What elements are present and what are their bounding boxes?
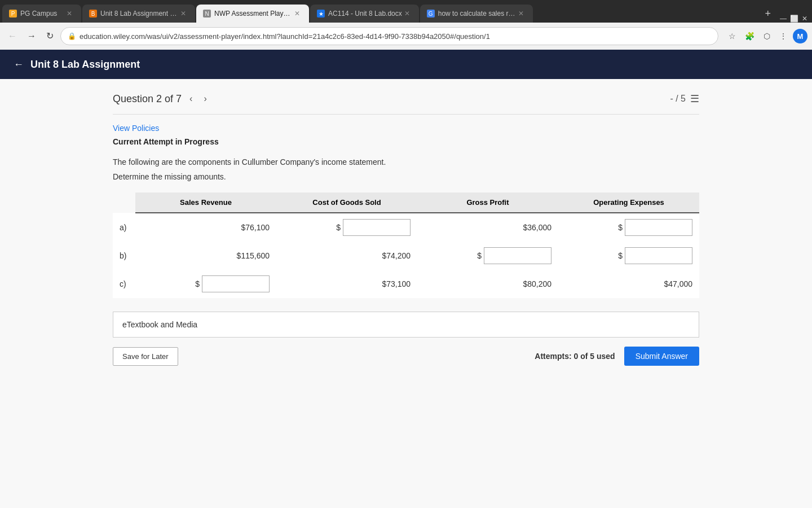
row-label-1: b) (113, 242, 135, 270)
cell-sales-revenue-row2[interactable]: $ (135, 270, 276, 298)
question-label: Question 2 of 7 (113, 93, 182, 105)
cell-opex-row0[interactable]: $ (558, 213, 699, 242)
view-policies-link[interactable]: View Policies (113, 124, 159, 133)
header-operating-expenses: Operating Expenses (558, 192, 699, 213)
current-attempt-label: Current Attempt in Progress (113, 137, 699, 146)
address-bar-row: ← → ↻ 🔒 education.wiley.com/was/ui/v2/as… (0, 23, 812, 50)
tab-label-tab5: how to calculate sales revenue (438, 10, 516, 17)
browser-actions: ☆ 🧩 ⬡ ⋮ M (725, 29, 807, 43)
input-gross-profit-row1[interactable] (484, 247, 551, 264)
main-content: Question 2 of 7 ‹ › - / 5 ☰ View Policie… (0, 79, 812, 508)
browser-tab-tab2[interactable]: BUnit 8 Lab Assignment - AC114✕ (82, 5, 195, 23)
forward-button[interactable]: → (24, 29, 39, 43)
header-cogs: Cost of Goods Sold (276, 192, 417, 213)
tab-bar: PPG Campus✕BUnit 8 Lab Assignment - AC11… (0, 0, 812, 23)
etextbook-label: eTextbook and Media (122, 320, 197, 329)
tab-label-tab4: AC114 - Unit 8 Lab.docx (328, 10, 402, 17)
dollar-sign-cogs-row0: $ (336, 223, 341, 232)
extension-puzzle-button[interactable]: 🧩 (742, 29, 758, 43)
cell-cogs-row2: $73,100 (276, 270, 417, 298)
close-icon: ✕ (802, 15, 807, 23)
prev-question-button[interactable]: ‹ (186, 93, 196, 105)
bookmark-button[interactable]: ☆ (725, 29, 739, 43)
bottom-bar: Save for Later Attempts: 0 of 5 used Sub… (113, 347, 699, 366)
dollar-sign-gross-profit-row1: $ (477, 251, 482, 260)
cell-cogs-row1: $74,200 (276, 242, 417, 270)
cell-gross-profit-row1[interactable]: $ (417, 242, 558, 270)
save-for-later-button[interactable]: Save for Later (113, 347, 178, 366)
income-table: Sales Revenue Cost of Goods Sold Gross P… (113, 192, 699, 298)
input-opex-row1[interactable] (625, 247, 692, 264)
tab-close-tab3[interactable]: ✕ (292, 8, 302, 19)
row-label-2: c) (113, 270, 135, 298)
minimize-icon: — (780, 15, 787, 23)
tab-favicon-tab2: B (89, 10, 97, 17)
question-nav-right: - / 5 ☰ (670, 93, 699, 105)
tab-label-tab2: Unit 8 Lab Assignment - AC114 (100, 10, 178, 17)
tab-label-tab1: PG Campus (20, 10, 64, 17)
browser-tab-tab5[interactable]: Ghow to calculate sales revenue✕ (420, 5, 533, 23)
divider (113, 114, 699, 115)
browser-tab-tab3[interactable]: NNWP Assessment Player UI Ap…✕ (196, 5, 309, 23)
input-cogs-row0[interactable] (343, 219, 411, 236)
tab-close-tab1[interactable]: ✕ (64, 8, 74, 19)
cell-sales-revenue-row1: $115,600 (135, 242, 276, 270)
cell-opex-row2: $47,000 (558, 270, 699, 298)
bottom-right: Attempts: 0 of 5 used Submit Answer (535, 347, 699, 366)
new-tab-button[interactable]: + (760, 5, 775, 23)
question-nav: Question 2 of 7 ‹ › - / 5 ☰ (113, 93, 699, 105)
cell-cogs-row0[interactable]: $ (276, 213, 417, 242)
restore-icon: ⬜ (790, 15, 798, 23)
question-text-1: The following are the components in Cull… (113, 157, 699, 167)
tab-label-tab3: NWP Assessment Player UI Ap… (214, 10, 292, 17)
tab-close-tab5[interactable]: ✕ (516, 8, 526, 19)
score-display: - / 5 (670, 94, 686, 104)
header-gross-profit: Gross Profit (417, 192, 558, 213)
table-row-c: c)$$73,100$80,200$47,000 (113, 270, 699, 298)
header-sales-revenue: Sales Revenue (135, 192, 276, 213)
attempts-display: Attempts: 0 of 5 used (535, 352, 615, 361)
dollar-sign-sales-revenue-row2: $ (195, 279, 200, 288)
table-row-b: b)$115,600$74,200$$ (113, 242, 699, 270)
dollar-sign-opex-row1: $ (618, 251, 623, 260)
table-row-a: a)$76,100$$36,000$ (113, 213, 699, 242)
tab-close-tab2[interactable]: ✕ (178, 8, 188, 19)
input-opex-row0[interactable] (625, 219, 692, 236)
tab-favicon-tab3: N (203, 10, 211, 17)
next-question-button[interactable]: › (200, 93, 210, 105)
cell-gross-profit-row2: $80,200 (417, 270, 558, 298)
etextbook-bar: eTextbook and Media (113, 312, 699, 338)
submit-answer-button[interactable]: Submit Answer (624, 347, 699, 366)
tab-favicon-tab5: G (427, 10, 435, 17)
cell-sales-revenue-row0: $76,100 (135, 213, 276, 242)
header-title: Unit 8 Lab Assignment (30, 59, 140, 71)
cast-button[interactable]: ⬡ (760, 29, 774, 43)
browser-tab-tab4[interactable]: ★AC114 - Unit 8 Lab.docx✕ (310, 5, 419, 23)
cell-gross-profit-row0: $36,000 (417, 213, 558, 242)
browser-tab-tab1[interactable]: PPG Campus✕ (2, 5, 81, 23)
tab-favicon-tab1: P (9, 10, 17, 17)
row-label-0: a) (113, 213, 135, 242)
url-text: education.wiley.com/was/ui/v2/assessment… (80, 32, 711, 41)
back-button[interactable]: ← (5, 29, 20, 43)
dollar-sign-opex-row0: $ (618, 223, 623, 232)
lock-icon: 🔒 (68, 32, 76, 40)
input-sales-revenue-row2[interactable] (202, 275, 270, 292)
header-back-button[interactable]: ← (14, 59, 24, 71)
tab-close-tab4[interactable]: ✕ (402, 8, 412, 19)
question-text-2: Determine the missing amounts. (113, 172, 699, 181)
question-nav-left: Question 2 of 7 ‹ › (113, 93, 210, 105)
reload-button[interactable]: ↻ (43, 29, 57, 43)
tab-favicon-tab4: ★ (317, 10, 325, 17)
page-header: ← Unit 8 Lab Assignment (0, 50, 812, 79)
cell-opex-row1[interactable]: $ (558, 242, 699, 270)
question-list-icon[interactable]: ☰ (690, 93, 699, 105)
address-bar[interactable]: 🔒 education.wiley.com/was/ui/v2/assessme… (60, 27, 718, 45)
menu-button[interactable]: ⋮ (776, 29, 791, 43)
profile-avatar[interactable]: M (793, 29, 807, 43)
